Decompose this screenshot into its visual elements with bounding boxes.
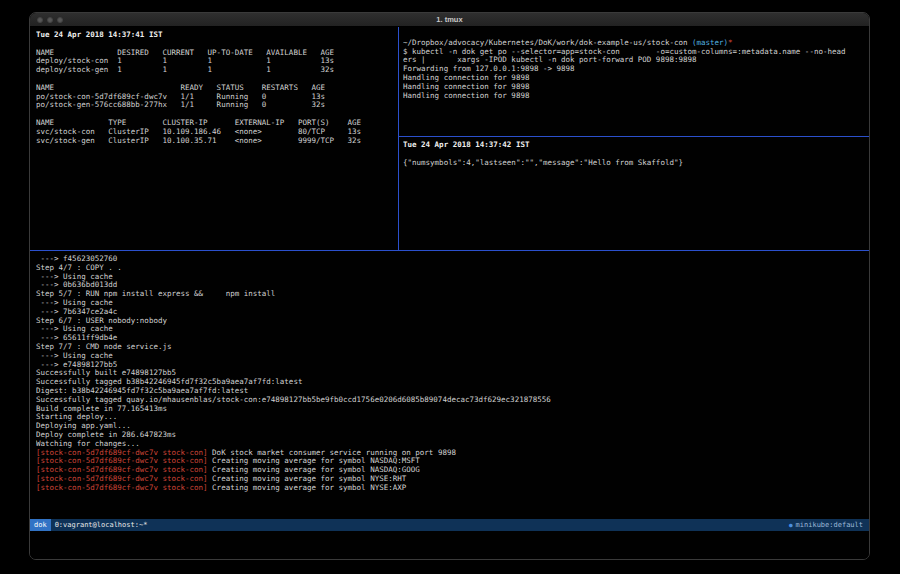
kubernetes-context-label: minikube:default	[796, 519, 869, 531]
term-line: Handling connection for 9898	[403, 92, 869, 101]
pane-curl-watch[interactable]: Tue 24 Apr 2018 14:37:42 IST {"numsymbol…	[399, 137, 869, 250]
term-line	[403, 30, 869, 39]
tmux-session-name[interactable]: dok	[30, 519, 51, 531]
term-line: $ kubectl -n dok get po --selector=app=s…	[403, 48, 869, 57]
tmux-status-bar: dok 0:vagrant@localhost:~* ● minikube:de…	[30, 519, 869, 531]
close-button[interactable]	[37, 17, 43, 23]
term-line: {"numsymbols":4,"lastseen":"","message":…	[403, 159, 869, 168]
tmux-window-label[interactable]: 0:vagrant@localhost:~*	[51, 519, 148, 531]
window-controls	[30, 17, 63, 23]
term-line: ---> 0b636bd013dd	[36, 281, 869, 290]
term-line: Build complete in 77.165413ms	[36, 405, 869, 414]
term-line: Digest: b38b42246945fd7f32c5ba9aea7af7fd…	[36, 387, 869, 396]
term-line: Step 5/7 : RUN npm install express && np…	[36, 290, 869, 299]
term-line: ---> Using cache	[36, 299, 869, 308]
term-line: ~/Dropbox/advocacy/Kubernetes/DoK/work/d…	[403, 39, 869, 48]
term-line: ---> Using cache	[36, 352, 869, 361]
term-line: ---> e74898127bb5	[36, 361, 869, 370]
term-line: Starting deploy...	[36, 413, 869, 422]
tmux-top-row: Tue 24 Apr 2018 14:37:41 IST NAME DESIRE…	[30, 27, 869, 250]
term-line: Step 7/7 : CMD node service.js	[36, 343, 869, 352]
pane-port-forward[interactable]: ~/Dropbox/advocacy/Kubernetes/DoK/work/d…	[399, 27, 869, 136]
term-line: ---> 7b6347ce2a4c	[36, 308, 869, 317]
term-line: [stock-con-5d7df689cf-dwc7v stock-con] D…	[36, 449, 869, 458]
term-line: Forwarding from 127.0.0.1:9898 -> 9898	[403, 65, 869, 74]
term-line: svc/stock-con ClusterIP 10.109.186.46 <n…	[36, 128, 398, 137]
term-line: ers | xargs -IPOD kubectl -n dok port-fo…	[403, 56, 869, 65]
pane-kubectl-watch[interactable]: Tue 24 Apr 2018 14:37:41 IST NAME DESIRE…	[30, 27, 398, 250]
term-line: Step 4/7 : COPY . .	[36, 264, 869, 273]
term-line: [stock-con-5d7df689cf-dwc7v stock-con] C…	[36, 475, 869, 484]
term-line: Tue 24 Apr 2018 14:37:42 IST	[403, 141, 869, 150]
term-line: [stock-con-5d7df689cf-dwc7v stock-con] C…	[36, 466, 869, 475]
right-pane-group: ~/Dropbox/advocacy/Kubernetes/DoK/work/d…	[399, 27, 869, 250]
term-line: Successfully tagged quay.io/mhausenblas/…	[36, 396, 869, 405]
term-line	[403, 150, 869, 159]
pane-skaffold-build-log[interactable]: ---> f45623052760Step 4/7 : COPY . . ---…	[30, 251, 869, 519]
terminal-bottom-filler	[30, 531, 869, 559]
term-line: NAME DESIRED CURRENT UP-TO-DATE AVAILABL…	[36, 49, 398, 58]
window-title: 1. tmux	[30, 15, 869, 24]
term-line: Tue 24 Apr 2018 14:37:41 IST	[36, 31, 398, 40]
term-line: NAME TYPE CLUSTER-IP EXTERNAL-IP PORT(S)…	[36, 119, 398, 128]
zoom-button[interactable]	[57, 17, 63, 23]
term-line: Step 6/7 : USER nobody:nobody	[36, 317, 869, 326]
term-line: po/stock-con-5d7df689cf-dwc7v 1/1 Runnin…	[36, 93, 398, 102]
term-line: po/stock-gen-576cc688bb-277hx 1/1 Runnin…	[36, 101, 398, 110]
term-line: Watching for changes...	[36, 440, 869, 449]
term-line: deploy/stock-con 1 1 1 1 13s	[36, 57, 398, 66]
term-line: Deploy complete in 286.647823ms	[36, 431, 869, 440]
term-line: deploy/stock-gen 1 1 1 1 32s	[36, 66, 398, 75]
term-line: Handling connection for 9898	[403, 83, 869, 92]
minimize-button[interactable]	[47, 17, 53, 23]
term-line: ---> Using cache	[36, 325, 869, 334]
term-line: [stock-con-5d7df689cf-dwc7v stock-con] C…	[36, 484, 869, 493]
term-line: NAME READY STATUS RESTARTS AGE	[36, 84, 398, 93]
kubernetes-context-icon: ●	[789, 519, 796, 531]
term-line	[36, 75, 398, 84]
term-line	[36, 110, 398, 119]
term-line: Successfully built e74898127bb5	[36, 369, 869, 378]
window-titlebar[interactable]: 1. tmux	[30, 13, 869, 27]
terminal-window: 1. tmux Tue 24 Apr 2018 14:37:41 IST NAM…	[29, 12, 870, 560]
term-line: ---> 65611ff9db4e	[36, 334, 869, 343]
term-line: Handling connection for 9898	[403, 74, 869, 83]
term-line: Successfully tagged b38b42246945fd7f32c5…	[36, 378, 869, 387]
term-line	[36, 40, 398, 49]
term-line: ---> f45623052760	[36, 255, 869, 264]
term-line: [stock-con-5d7df689cf-dwc7v stock-con] C…	[36, 457, 869, 466]
term-line: svc/stock-gen ClusterIP 10.100.35.71 <no…	[36, 137, 398, 146]
term-line: Deploying app.yaml...	[36, 422, 869, 431]
term-line: ---> Using cache	[36, 273, 869, 282]
